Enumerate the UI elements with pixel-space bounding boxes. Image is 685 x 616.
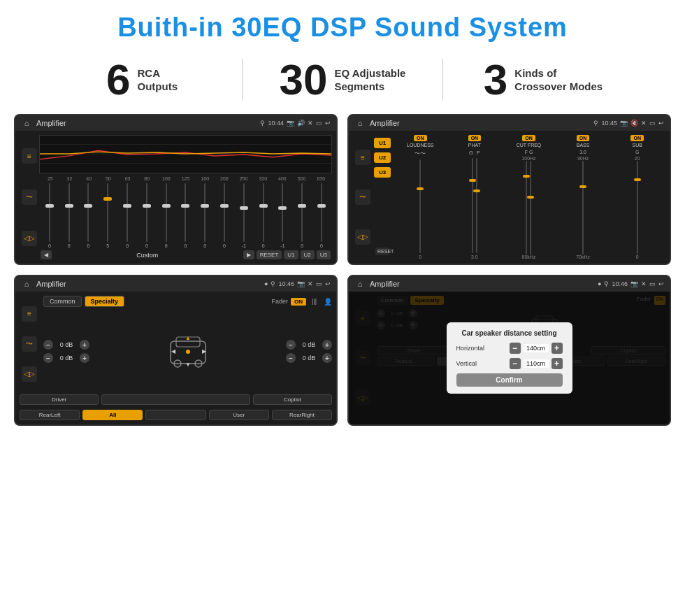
cross-sidebar-btn-2[interactable]: 〜 (355, 189, 370, 205)
dialog-row-vertical: Vertical − 110cm + (456, 358, 563, 369)
db-minus-0[interactable]: − (43, 340, 53, 350)
fader-on-btn[interactable]: ON (291, 298, 306, 306)
back-icon-4[interactable]: ↩ (658, 280, 664, 287)
db-plus-3[interactable]: + (322, 353, 332, 363)
eq-slider-5[interactable]: 0 (138, 183, 156, 248)
eq-u3-btn[interactable]: U3 (317, 250, 331, 259)
cross-slider-cutfreq[interactable] (503, 161, 555, 255)
eq-slider-0[interactable]: 0 (41, 183, 59, 248)
fader-top: ≡ 〜 ◁▷ Common Specialty Fader ON ||| 👤 (20, 296, 332, 392)
eq-slider-8[interactable]: 0 (196, 183, 214, 248)
cross-label-phat: PHAT (468, 143, 481, 148)
btn-user[interactable]: User (209, 410, 269, 420)
stat-crossover: 3 Kinds ofCrossover Modes (443, 58, 643, 101)
eq-reset-btn[interactable]: RESET (257, 250, 282, 259)
cross-on-loudness[interactable]: ON (414, 135, 427, 141)
eq-slider-10[interactable]: -1 (235, 183, 253, 248)
db-minus-2[interactable]: − (286, 340, 296, 350)
dialog-label-horizontal: Horizontal (456, 345, 491, 352)
cross-slider-loudness[interactable] (394, 159, 447, 253)
fader-right-controls: − 0 dB + − 0 dB + (286, 311, 332, 392)
cross-sidebar-btn-1[interactable]: ≡ (355, 150, 370, 165)
dialog-value-vertical: 110cm (524, 359, 549, 368)
status-bar-2: ⌂ Amplifier ⚲ 10:45 📷 🔇 ✕ ▭ ↩ (349, 115, 670, 131)
cross-on-phat[interactable]: ON (468, 135, 482, 141)
fader-content: − 0 dB + − 0 dB + (43, 311, 332, 392)
cross-col-loudness: ON LOUDNESS 〜〜 0 (394, 135, 447, 259)
location-icon-3: ⚲ (271, 280, 275, 287)
eq-slider-4[interactable]: 0 (118, 183, 136, 248)
btn-driver[interactable]: Driver (20, 394, 99, 405)
eq-u1-btn[interactable]: U1 (284, 250, 298, 259)
tab-common[interactable]: Common (43, 296, 82, 307)
tab-specialty[interactable]: Specialty (85, 296, 125, 307)
screen-fader-wrapper: ⌂ Amplifier ● ⚲ 10:46 📷 ✕ ▭ ↩ ≡ 〜 ◁▷ (14, 275, 338, 426)
time-2: 10:45 (601, 120, 617, 127)
eq-slider-1[interactable]: 0 (60, 183, 78, 248)
eq-slider-11[interactable]: 0 (254, 183, 273, 248)
home-icon-3[interactable]: ⌂ (21, 278, 32, 289)
cross-sidebar-btn-3[interactable]: ◁▷ (355, 229, 370, 245)
db-plus-2[interactable]: + (322, 340, 332, 350)
dialog-minus-horizontal[interactable]: − (510, 343, 521, 354)
eq-slider-7[interactable]: 0 (177, 183, 195, 248)
eq-slider-2[interactable]: 0 (80, 183, 98, 248)
dialog-value-horizontal: 140cm (524, 344, 549, 352)
screen-fader-content: ≡ 〜 ◁▷ Common Specialty Fader ON ||| 👤 (15, 292, 336, 424)
db-plus-1[interactable]: + (80, 353, 89, 363)
home-icon-2[interactable]: ⌂ (354, 117, 366, 129)
freq-label-11: 320 (253, 176, 273, 181)
freq-label-3: 50 (99, 176, 118, 181)
back-icon-3[interactable]: ↩ (325, 280, 331, 287)
eq-slider-13[interactable]: 0 (293, 183, 311, 248)
freq-label-8: 160 (195, 176, 215, 181)
btn-all[interactable]: All (82, 410, 143, 420)
cross-slider-bass[interactable] (557, 161, 610, 255)
eq-prev-btn[interactable]: ◀ (41, 250, 52, 259)
cross-on-cutfreq[interactable]: ON (522, 135, 535, 141)
cross-slider-sub[interactable] (611, 161, 663, 255)
dialog-plus-vertical[interactable]: + (551, 358, 563, 369)
freq-label-6: 100 (157, 176, 176, 181)
btn-copilot[interactable]: Copilot (253, 394, 332, 405)
cross-slider-phat[interactable] (449, 158, 501, 253)
eq-slider-9[interactable]: 0 (215, 183, 233, 248)
db-minus-1[interactable]: − (43, 353, 53, 363)
cross-on-bass[interactable]: ON (577, 135, 590, 141)
eq-next-btn[interactable]: ▶ (243, 250, 254, 259)
eq-sidebar-btn-3[interactable]: ◁▷ (22, 231, 37, 246)
eq-slider-6[interactable]: 0 (157, 183, 175, 248)
dialog-confirm-btn[interactable]: Confirm (456, 373, 563, 387)
btn-rearright[interactable]: RearRight (272, 410, 332, 420)
fader-sidebar-btn-3[interactable]: ◁▷ (22, 366, 37, 382)
back-icon-2[interactable]: ↩ (658, 120, 664, 127)
cross-preset-u2[interactable]: U2 (374, 152, 391, 163)
fader-sidebar-btn-1[interactable]: ≡ (22, 306, 37, 322)
eq-slider-14[interactable]: 0 (312, 183, 331, 248)
car-diagram: ▲ ▼ ◀ ▶ (164, 327, 212, 376)
dot-icon-4: ● (598, 280, 601, 287)
home-icon-1[interactable]: ⌂ (21, 117, 32, 129)
dialog-plus-horizontal[interactable]: + (551, 343, 563, 354)
db-plus-0[interactable]: + (80, 340, 89, 350)
cross-preset-u1[interactable]: U1 (374, 138, 391, 148)
home-icon-4[interactable]: ⌂ (354, 278, 366, 289)
cross-preset-u3[interactable]: U3 (374, 167, 391, 178)
dot-icon-3: ● (264, 280, 268, 287)
svg-text:▼: ▼ (185, 361, 191, 368)
eq-slider-3[interactable]: 5 (99, 183, 117, 248)
eq-sidebar-btn-2[interactable]: 〜 (22, 189, 37, 205)
cross-on-sub[interactable]: ON (630, 135, 644, 141)
fader-user-icon[interactable]: 👤 (324, 298, 332, 306)
fader-sidebar-btn-2[interactable]: 〜 (22, 336, 37, 352)
db-minus-3[interactable]: − (286, 353, 296, 363)
screen-eq-wrapper: ⌂ Amplifier ⚲ 10:44 📷 🔊 ✕ ▭ ↩ ≡ 〜 ◁▷ (14, 114, 338, 265)
dialog-minus-vertical[interactable]: − (510, 358, 521, 369)
eq-u2-btn[interactable]: U2 (301, 250, 315, 259)
cross-reset-btn[interactable]: RESET (375, 248, 389, 255)
eq-bottom-bar: ◀ Custom ▶ RESET U1 U2 U3 (39, 248, 332, 259)
eq-sidebar-btn-1[interactable]: ≡ (22, 148, 37, 164)
back-icon-1[interactable]: ↩ (325, 120, 331, 127)
btn-rearleft[interactable]: RearLeft (20, 410, 80, 420)
eq-slider-12[interactable]: -1 (274, 183, 292, 248)
